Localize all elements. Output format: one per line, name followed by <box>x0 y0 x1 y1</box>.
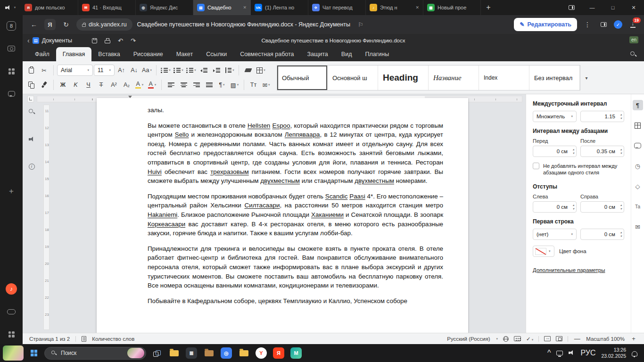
tab-selector[interactable] <box>27 96 34 102</box>
page-borders-button[interactable]: ▾ <box>255 65 267 76</box>
music-button[interactable]: ♪ <box>5 283 17 295</box>
text-style-button[interactable]: Тт <box>248 79 259 90</box>
shapes-button[interactable]: ◇ <box>633 181 643 191</box>
yandex-app-button[interactable]: Я <box>272 346 286 360</box>
bookmark-flag-icon[interactable]: ⚐ <box>355 19 366 30</box>
new-tab-button[interactable]: + <box>481 0 496 15</box>
italic-button[interactable]: K <box>70 79 82 90</box>
taskbar-clock[interactable]: 13:26 23.02.2025 <box>601 347 626 359</box>
style-nospace[interactable]: Без интервал <box>529 66 580 90</box>
messenger-button[interactable] <box>5 88 17 100</box>
right-indent-stepper[interactable]: 0 см ▴▾ <box>580 201 624 213</box>
menu-item-7[interactable]: Защита <box>301 47 335 61</box>
paste-button[interactable] <box>25 65 37 76</box>
menu-item-3[interactable]: Рисование <box>127 47 170 61</box>
zoom-in-button[interactable]: + <box>630 335 637 342</box>
decrease-font-button[interactable]: A↓ <box>128 65 140 76</box>
first-line-select[interactable]: (нет) ▾ <box>533 229 577 240</box>
undo-icon[interactable]: ↶ <box>118 37 123 44</box>
advanced-settings-link[interactable]: Дополнительные параметры <box>533 267 605 273</box>
browser-tab[interactable]: VK(1) Лента но <box>251 0 308 15</box>
stepper-arrows[interactable]: ▴▾ <box>573 148 574 155</box>
highlight-color-button[interactable]: А▾ <box>133 79 145 90</box>
background-color-picker[interactable]: ▾ <box>533 246 554 257</box>
sidebar-add-button[interactable]: + <box>5 185 17 197</box>
yandex-button[interactable]: Я <box>44 19 56 30</box>
copy-button[interactable] <box>25 79 37 90</box>
info-button[interactable]: i <box>25 160 38 173</box>
paragraph[interactable]: залы. <box>148 106 443 115</box>
style-heading[interactable]: Heading <box>378 66 429 90</box>
menu-item-0[interactable]: Файл <box>28 47 56 61</box>
file-explorer-button[interactable] <box>167 346 181 360</box>
browser-tab[interactable]: ▤Свадебно✕ <box>193 0 251 15</box>
sync-profile-icon[interactable]: ✓ <box>614 20 622 29</box>
underline-button[interactable]: Ч <box>83 79 94 90</box>
bold-button[interactable]: Ж <box>57 79 69 90</box>
camera-button[interactable] <box>5 42 17 55</box>
superscript-button[interactable]: A² <box>108 79 120 90</box>
zoom-level[interactable]: Масштаб 100% <box>586 336 625 342</box>
menu-item-5[interactable]: Ссылки <box>199 47 233 61</box>
align-right-button[interactable] <box>190 79 202 90</box>
menu-item-9[interactable]: Плагины <box>358 47 396 61</box>
folder-button-brown[interactable] <box>202 346 216 360</box>
taskbar-search[interactable]: Поиск <box>44 347 146 360</box>
table-settings-button[interactable] <box>633 120 643 131</box>
align-center-button[interactable] <box>178 79 190 90</box>
stepper-arrows[interactable]: ▴▾ <box>620 113 622 120</box>
font-color-button[interactable]: А▾ <box>146 79 158 90</box>
menu-search-button[interactable] <box>630 47 636 61</box>
redo-icon[interactable]: ↷ <box>131 37 136 44</box>
browser-panel-button[interactable] <box>561 0 582 15</box>
browser-tab[interactable]: ▦Новый прое <box>423 0 481 15</box>
save-icon[interactable] <box>92 38 97 43</box>
task-view-button[interactable] <box>149 346 164 360</box>
subscript-button[interactable]: A₂ <box>121 79 132 90</box>
shading-button[interactable]: ▨▾ <box>229 79 240 90</box>
volume-button[interactable] <box>569 349 575 357</box>
paragraph[interactable]: Принадлежности для трекинга и велосипеды… <box>148 244 443 290</box>
stepper-arrows[interactable]: ▴▾ <box>620 148 622 155</box>
style-title[interactable]: Название <box>429 66 479 90</box>
window-minimize-button[interactable]: — <box>582 0 603 15</box>
numbered-list-button[interactable]: ▾ <box>173 65 184 76</box>
comments-button[interactable] <box>633 140 643 151</box>
line-spacing-value-stepper[interactable]: 1.15 ▴▾ <box>580 111 624 122</box>
window-close-button[interactable]: ✕ <box>623 0 644 15</box>
align-justify-button[interactable] <box>203 79 215 90</box>
menu-item-2[interactable]: Вставка <box>91 47 126 61</box>
back-to-documents-icon[interactable]: ‹ <box>27 37 30 44</box>
zoom-out-button[interactable]: — <box>573 335 581 342</box>
browser-tab[interactable]: ✈Чат перевод <box>308 0 366 15</box>
line-spacing-button[interactable]: ▾ <box>223 65 235 76</box>
style-index[interactable]: Index <box>479 66 529 90</box>
tray-expand-button[interactable]: ^ <box>547 349 551 357</box>
menu-item-6[interactable]: Совместная работа <box>233 47 300 61</box>
browser-tab[interactable]: ◎Яндекс Дис <box>136 0 193 15</box>
no-interval-checkbox[interactable] <box>533 163 539 169</box>
clear-formatting-button[interactable] <box>242 65 254 76</box>
bullet-list-button[interactable]: ▾ <box>160 65 172 76</box>
first-line-indent-stepper[interactable]: 0 см ▴▾ <box>580 229 624 240</box>
document-page[interactable]: залы.Вы можете остановиться в отеле Hell… <box>97 98 468 333</box>
translate-button[interactable]: Та <box>633 201 643 212</box>
paragraph[interactable]: Побывайте в Кафедральном соборе, церквях… <box>148 296 443 306</box>
yandex-browser-button[interactable]: Y <box>254 346 268 360</box>
word-count-button[interactable]: Количество слов <box>92 336 134 342</box>
m-app-button[interactable]: M <box>289 346 303 360</box>
style-normal[interactable]: Обычный <box>277 66 328 90</box>
tab-close-icon[interactable]: ✕ <box>243 5 247 10</box>
reload-button[interactable]: ↻ <box>60 19 72 30</box>
menu-item-1[interactable]: Главная <box>56 47 92 61</box>
font-family-select[interactable]: Arial▾ <box>57 65 93 76</box>
browser-tab[interactable]: ✉41 · Входящ <box>78 0 136 15</box>
games-button[interactable] <box>5 305 17 318</box>
more-menu-button[interactable]: ⋮ <box>582 19 593 30</box>
side-panel-button[interactable] <box>598 19 609 30</box>
strikethrough-button[interactable]: Т <box>95 79 107 90</box>
display-icon[interactable] <box>556 351 563 355</box>
all-apps-button[interactable] <box>5 328 17 340</box>
menu-item-8[interactable]: Вид <box>335 47 359 61</box>
font-size-select[interactable]: 11▾ <box>94 65 115 76</box>
